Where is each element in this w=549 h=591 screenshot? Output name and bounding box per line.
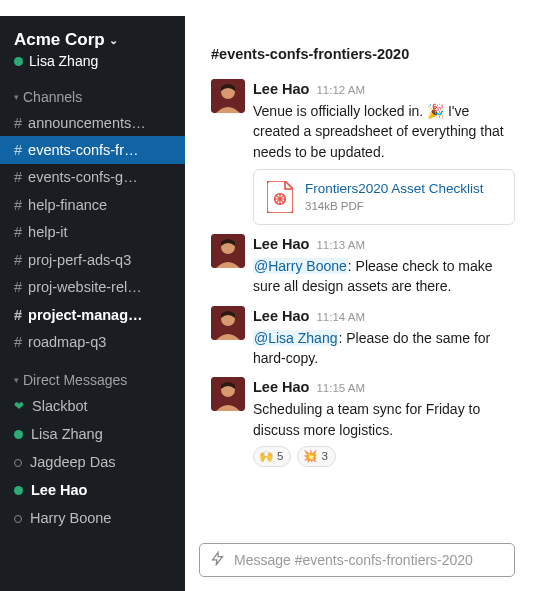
channel-name: events-confs-fr… bbox=[28, 139, 138, 161]
dm-name: Slackbot bbox=[32, 395, 88, 418]
hash-icon: # bbox=[14, 249, 22, 271]
workspace-name: Acme Corp bbox=[14, 30, 105, 50]
attachment-meta: 314kB PDF bbox=[305, 198, 484, 215]
dm-name: Lee Hao bbox=[31, 479, 87, 502]
reaction-emoji-icon: 💥 bbox=[303, 448, 317, 465]
dm-item[interactable]: Harry Boone bbox=[0, 505, 185, 533]
party-popper-icon: 🎉 bbox=[427, 103, 444, 119]
dm-name: Jagdeep Das bbox=[30, 451, 115, 474]
slack-window: Acme Corp ⌄ Lisa Zhang ▾ Channels #annou… bbox=[0, 16, 529, 591]
message-text: Venue is officially locked in. 🎉 I've cr… bbox=[253, 101, 515, 162]
message-text: @Harry Boone: Please check to make sure … bbox=[253, 256, 515, 297]
message-list: Lee Hao11:12 AMVenue is officially locke… bbox=[185, 72, 529, 535]
message: Lee Hao11:13 AM@Harry Boone: Please chec… bbox=[199, 229, 515, 301]
reaction[interactable]: 🙌5 bbox=[253, 446, 291, 467]
channel-item[interactable]: #announcements… bbox=[0, 109, 185, 136]
presence-away-icon bbox=[14, 515, 22, 523]
dm-name: Harry Boone bbox=[30, 507, 111, 530]
hash-icon: # bbox=[14, 331, 22, 353]
channel-name: announcements… bbox=[28, 112, 146, 134]
channel-item[interactable]: #events-confs-g… bbox=[0, 164, 185, 191]
channel-title[interactable]: #events-confs-frontiers-2020 bbox=[185, 16, 529, 72]
channel-name: proj-perf-ads-q3 bbox=[28, 249, 131, 271]
dm-item[interactable]: ❤Slackbot bbox=[0, 392, 185, 420]
channel-item[interactable]: #proj-perf-ads-q3 bbox=[0, 246, 185, 273]
channel-item[interactable]: #help-finance bbox=[0, 191, 185, 218]
chevron-down-icon: ⌄ bbox=[109, 34, 118, 47]
attachment-title: Frontiers2020 Asset Checklist bbox=[305, 179, 484, 199]
reaction-count: 5 bbox=[277, 448, 283, 465]
reaction[interactable]: 💥3 bbox=[297, 446, 335, 467]
channel-item[interactable]: #proj-website-rel… bbox=[0, 274, 185, 301]
avatar[interactable] bbox=[211, 79, 245, 113]
avatar[interactable] bbox=[211, 377, 245, 411]
presence-away-icon bbox=[14, 459, 22, 467]
file-attachment[interactable]: Frontiers2020 Asset Checklist314kB PDF bbox=[253, 169, 515, 225]
mention[interactable]: @Harry Boone bbox=[253, 258, 348, 274]
message-sender[interactable]: Lee Hao bbox=[253, 377, 309, 398]
current-user[interactable]: Lisa Zhang bbox=[14, 53, 171, 69]
message-time: 11:14 AM bbox=[316, 309, 365, 326]
channels-label: Channels bbox=[23, 89, 82, 105]
message-body: Lee Hao11:13 AM@Harry Boone: Please chec… bbox=[253, 234, 515, 297]
message-body: Lee Hao11:14 AM@Lisa Zhang: Please do th… bbox=[253, 306, 515, 369]
message: Lee Hao11:12 AMVenue is officially locke… bbox=[199, 74, 515, 229]
message-time: 11:15 AM bbox=[316, 380, 365, 397]
reaction-emoji-icon: 🙌 bbox=[259, 448, 273, 465]
message: Lee Hao11:14 AM@Lisa Zhang: Please do th… bbox=[199, 301, 515, 373]
hash-icon: # bbox=[14, 221, 22, 243]
caret-down-icon: ▾ bbox=[14, 375, 19, 385]
reactions: 🙌5💥3 bbox=[253, 446, 515, 467]
message-sender[interactable]: Lee Hao bbox=[253, 79, 309, 100]
dm-item[interactable]: Lisa Zhang bbox=[0, 420, 185, 448]
hash-icon: # bbox=[14, 139, 22, 161]
main-panel: #events-confs-frontiers-2020 Lee Hao11:1… bbox=[185, 16, 529, 591]
message-text: Scheduling a team sync for Friday to dis… bbox=[253, 399, 515, 440]
presence-active-icon bbox=[14, 486, 23, 495]
presence-active-icon bbox=[14, 430, 23, 439]
message-text: @Lisa Zhang: Please do the same for hard… bbox=[253, 328, 515, 369]
shortcuts-bolt-icon[interactable] bbox=[210, 551, 225, 569]
message-sender[interactable]: Lee Hao bbox=[253, 306, 309, 327]
channel-item[interactable]: #help-it bbox=[0, 219, 185, 246]
mention[interactable]: @Lisa Zhang bbox=[253, 330, 338, 346]
dm-item[interactable]: Jagdeep Das bbox=[0, 449, 185, 477]
hash-icon: # bbox=[14, 194, 22, 216]
dm-item[interactable]: Lee Hao bbox=[0, 477, 185, 505]
dms-label: Direct Messages bbox=[23, 372, 127, 388]
workspace-switcher[interactable]: Acme Corp ⌄ bbox=[14, 30, 171, 50]
avatar[interactable] bbox=[211, 234, 245, 268]
pdf-icon bbox=[266, 180, 294, 214]
message-composer[interactable] bbox=[199, 543, 515, 577]
dms-section-toggle[interactable]: ▾ Direct Messages bbox=[0, 356, 185, 392]
channel-item[interactable]: #project-manag… bbox=[0, 301, 185, 328]
message: Lee Hao11:15 AMScheduling a team sync fo… bbox=[199, 372, 515, 470]
caret-down-icon: ▾ bbox=[14, 92, 19, 102]
sidebar: Acme Corp ⌄ Lisa Zhang ▾ Channels #annou… bbox=[0, 16, 185, 591]
hash-icon: # bbox=[14, 304, 22, 326]
channel-item[interactable]: #events-confs-fr… bbox=[0, 136, 185, 163]
message-time: 11:12 AM bbox=[316, 82, 365, 99]
presence-active-icon bbox=[14, 57, 23, 66]
heart-icon: ❤ bbox=[14, 397, 24, 416]
channel-list: #announcements…#events-confs-fr…#events-… bbox=[0, 109, 185, 356]
composer-input[interactable] bbox=[234, 552, 504, 568]
dm-name: Lisa Zhang bbox=[31, 423, 103, 446]
channel-name: roadmap-q3 bbox=[28, 331, 106, 353]
message-body: Lee Hao11:15 AMScheduling a team sync fo… bbox=[253, 377, 515, 466]
dm-list: ❤SlackbotLisa ZhangJagdeep DasLee HaoHar… bbox=[0, 392, 185, 533]
channel-name: project-manag… bbox=[28, 304, 142, 326]
channel-name: events-confs-g… bbox=[28, 166, 138, 188]
channels-section-toggle[interactable]: ▾ Channels bbox=[0, 73, 185, 109]
hash-icon: # bbox=[14, 112, 22, 134]
channel-name: help-finance bbox=[28, 194, 107, 216]
message-time: 11:13 AM bbox=[316, 237, 365, 254]
channel-name: proj-website-rel… bbox=[28, 276, 142, 298]
channel-item[interactable]: #roadmap-q3 bbox=[0, 329, 185, 356]
avatar[interactable] bbox=[211, 306, 245, 340]
message-body: Lee Hao11:12 AMVenue is officially locke… bbox=[253, 79, 515, 225]
hash-icon: # bbox=[14, 276, 22, 298]
message-sender[interactable]: Lee Hao bbox=[253, 234, 309, 255]
reaction-count: 3 bbox=[321, 448, 327, 465]
current-user-name: Lisa Zhang bbox=[29, 53, 98, 69]
